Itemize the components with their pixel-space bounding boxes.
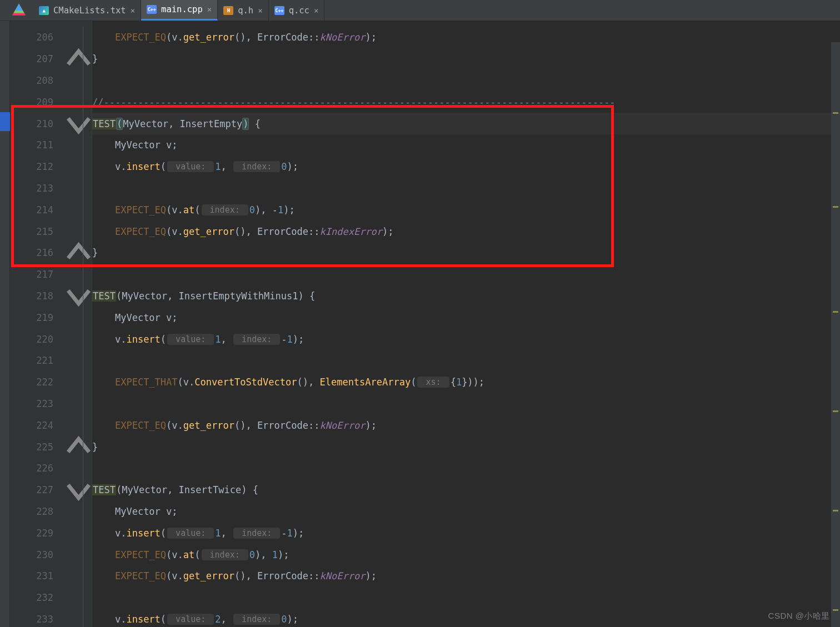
code-line[interactable]: v.insert( value: 1, index: -1); xyxy=(92,522,840,544)
code-line[interactable]: TEST(MyVector, InsertEmpty) { xyxy=(92,113,840,134)
line-number[interactable]: 222 xyxy=(10,372,66,393)
editor-tab-main-cpp[interactable]: C++main.cpp× xyxy=(141,0,218,21)
fold-spacer xyxy=(66,307,92,328)
line-number[interactable]: 219 xyxy=(10,307,66,328)
line-number[interactable]: 226 xyxy=(10,458,66,479)
fold-spacer xyxy=(66,393,92,415)
code-line[interactable]: EXPECT_EQ(v.at( index: 0), 1); xyxy=(92,544,840,565)
line-number[interactable]: 209 xyxy=(10,91,66,113)
code-line[interactable]: EXPECT_THAT(v.ConvertToStdVector(), Elem… xyxy=(92,372,840,393)
tab-label: main.cpp xyxy=(161,4,203,14)
line-number[interactable]: 230 xyxy=(10,544,66,565)
line-number[interactable]: 232 xyxy=(10,587,66,609)
code-line[interactable]: EXPECT_EQ(v.get_error(), ErrorCode::kNoE… xyxy=(92,414,840,436)
code-line[interactable] xyxy=(92,178,840,199)
code-line[interactable]: v.insert( value: 2, index: 0); xyxy=(92,609,840,627)
line-number[interactable]: 216 xyxy=(10,242,66,264)
fold-open-icon[interactable] xyxy=(66,479,92,501)
close-icon[interactable]: × xyxy=(131,6,135,15)
scrollbar-marker[interactable] xyxy=(833,510,838,511)
close-icon[interactable]: × xyxy=(207,5,212,14)
line-number-gutter[interactable]: 2062072082092102112122132142152162172182… xyxy=(10,21,66,627)
code-line[interactable] xyxy=(92,587,840,609)
line-number[interactable]: 218 xyxy=(10,285,66,307)
editor-left-strip xyxy=(0,21,10,627)
code-line[interactable] xyxy=(92,350,840,372)
fold-close-icon[interactable] xyxy=(66,48,92,70)
scrollbar-marker[interactable] xyxy=(833,206,838,208)
fold-spacer xyxy=(66,609,92,627)
editor-tab-CMakeLists-txt[interactable]: ▲CMakeLists.txt× xyxy=(33,0,141,21)
svg-marker-2 xyxy=(16,3,22,10)
line-number[interactable]: 220 xyxy=(10,328,66,350)
fold-spacer xyxy=(66,156,92,178)
code-line[interactable]: EXPECT_EQ(v.at( index: 0), -1); xyxy=(92,199,840,220)
code-line[interactable]: } xyxy=(92,48,840,70)
code-line[interactable]: EXPECT_EQ(v.get_error(), ErrorCode::kInd… xyxy=(92,220,840,242)
code-line[interactable]: MyVector v; xyxy=(92,307,840,328)
fold-column[interactable] xyxy=(66,21,92,627)
line-number[interactable]: 208 xyxy=(10,70,66,92)
cpp-file-icon: C++ xyxy=(274,6,284,15)
line-number[interactable]: 215 xyxy=(10,220,66,242)
scrollbar-marker[interactable] xyxy=(833,112,838,114)
tab-label: q.h xyxy=(238,6,253,16)
code-line[interactable]: //--------------------------------------… xyxy=(92,91,840,113)
code-line[interactable]: } xyxy=(92,242,840,264)
line-number[interactable]: 207 xyxy=(10,48,66,70)
scrollbar-marker[interactable] xyxy=(833,609,838,611)
watermark-text: CSDN @小哈里 xyxy=(768,611,830,621)
line-number[interactable]: 227 xyxy=(10,479,66,501)
code-line[interactable]: EXPECT_EQ(v.get_error(), ErrorCode::kNoE… xyxy=(92,27,840,48)
fold-spacer xyxy=(66,70,92,92)
code-editor[interactable]: 2062072082092102112122132142152162172182… xyxy=(0,21,840,627)
code-line[interactable] xyxy=(92,264,840,285)
fold-close-icon[interactable] xyxy=(66,242,92,264)
fold-spacer xyxy=(66,27,92,48)
editor-tab-q-cc[interactable]: C++q.cc× xyxy=(269,0,325,21)
line-number[interactable]: 213 xyxy=(10,178,66,199)
code-line[interactable]: EXPECT_EQ(v.get_error(), ErrorCode::kNoE… xyxy=(92,565,840,587)
fold-spacer xyxy=(66,178,92,199)
fold-spacer xyxy=(66,220,92,242)
scrollbar-marker[interactable] xyxy=(833,311,838,313)
fold-open-icon[interactable] xyxy=(66,113,92,134)
editor-tab-q-h[interactable]: Hq.h× xyxy=(218,0,268,21)
code-line[interactable]: TEST(MyVector, InsertEmptyWithMinus1) { xyxy=(92,285,840,307)
line-number[interactable]: 229 xyxy=(10,522,66,544)
code-line[interactable] xyxy=(92,70,840,92)
line-number[interactable]: 223 xyxy=(10,393,66,415)
scrollbar-marker[interactable] xyxy=(833,410,838,412)
fold-open-icon[interactable] xyxy=(66,285,92,307)
line-number[interactable]: 231 xyxy=(10,565,66,587)
line-number[interactable]: 224 xyxy=(10,414,66,436)
code-area[interactable]: EXPECT_EQ(v.get_error(), ErrorCode::kNoE… xyxy=(92,21,840,627)
line-number[interactable]: 221 xyxy=(10,350,66,372)
vertical-scrollbar[interactable] xyxy=(831,42,840,627)
line-number[interactable]: 233 xyxy=(10,609,66,627)
line-number[interactable]: 211 xyxy=(10,134,66,156)
code-line[interactable]: MyVector v; xyxy=(92,501,840,523)
code-line[interactable]: v.insert( value: 1, index: 0); xyxy=(92,156,840,178)
code-line[interactable]: v.insert( value: 1, index: -1); xyxy=(92,328,840,350)
line-number[interactable]: 217 xyxy=(10,264,66,285)
line-number[interactable]: 210 xyxy=(10,113,66,134)
code-line[interactable]: } xyxy=(92,436,840,458)
code-line[interactable] xyxy=(92,458,840,479)
code-line[interactable] xyxy=(92,393,840,415)
line-number[interactable]: 212 xyxy=(10,156,66,178)
code-line[interactable]: MyVector v; xyxy=(92,134,840,156)
fold-spacer xyxy=(66,522,92,544)
line-number[interactable]: 214 xyxy=(10,199,66,220)
code-line[interactable]: TEST(MyVector, InsertTwice) { xyxy=(92,479,840,501)
line-number[interactable]: 206 xyxy=(10,27,66,48)
close-icon[interactable]: × xyxy=(314,6,318,15)
editor-tabbar: ▲CMakeLists.txt×C++main.cpp×Hq.h×C++q.cc… xyxy=(0,0,840,21)
close-icon[interactable]: × xyxy=(258,6,262,15)
fold-close-icon[interactable] xyxy=(66,436,92,458)
analysis-marker xyxy=(0,112,10,131)
fold-spacer xyxy=(66,372,92,393)
line-number[interactable]: 225 xyxy=(10,436,66,458)
line-number[interactable]: 228 xyxy=(10,501,66,523)
fold-spacer xyxy=(66,544,92,565)
